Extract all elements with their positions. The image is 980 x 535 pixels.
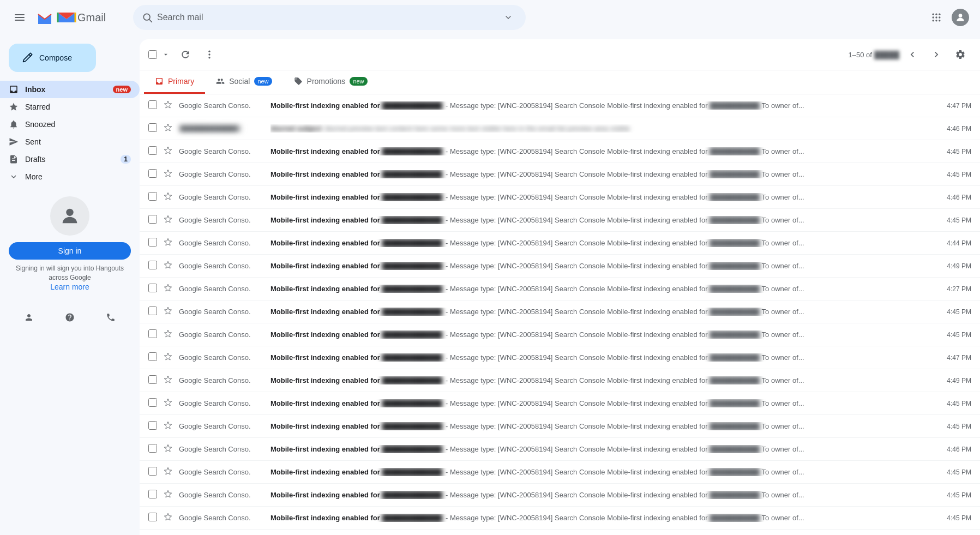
star-button[interactable] xyxy=(164,375,175,386)
star-button[interactable] xyxy=(164,215,175,226)
star-button[interactable] xyxy=(164,329,175,340)
star-button[interactable] xyxy=(164,513,175,524)
star-button[interactable] xyxy=(164,398,175,409)
email-subject: Mobile-first indexing enabled for ██████… xyxy=(270,422,442,430)
select-all-checkbox[interactable] xyxy=(148,50,157,59)
star-button[interactable] xyxy=(164,123,175,134)
apps-button[interactable] xyxy=(925,7,947,28)
sidebar-item-sent[interactable]: Sent xyxy=(0,133,140,151)
email-row[interactable]: Google Search Conso. Mobile-first indexi… xyxy=(140,438,980,461)
prev-page-button[interactable] xyxy=(901,44,923,65)
email-preview: - Message type: [WNC-20058194] Search Co… xyxy=(446,330,804,339)
email-row[interactable]: Google Search Conso. Mobile-first indexi… xyxy=(140,186,980,209)
row-checkbox[interactable] xyxy=(148,398,157,407)
manage-accounts-button[interactable] xyxy=(18,306,40,328)
star-button[interactable] xyxy=(164,100,175,111)
row-checkbox[interactable] xyxy=(148,513,157,521)
row-checkbox[interactable] xyxy=(148,421,157,430)
star-button[interactable] xyxy=(164,192,175,203)
search-bar[interactable] xyxy=(133,5,526,30)
row-checkbox[interactable] xyxy=(148,192,157,201)
email-preview: - Message type: [WNC-20058194] Search Co… xyxy=(446,262,804,270)
email-row[interactable]: Google Search Conso. Mobile-first indexi… xyxy=(140,300,980,323)
row-checkbox[interactable] xyxy=(148,352,157,361)
star-button[interactable] xyxy=(164,261,175,272)
email-row[interactable]: ████████████ blurred subject blurred pre… xyxy=(140,117,980,140)
more-options-button[interactable] xyxy=(199,44,220,65)
star-button[interactable] xyxy=(164,490,175,501)
support-button[interactable] xyxy=(59,306,81,328)
row-checkbox[interactable] xyxy=(148,306,157,315)
email-body: blurred subject blurred preview text con… xyxy=(270,124,934,133)
email-row[interactable]: Google Search Conso. Mobile-first indexi… xyxy=(140,209,980,232)
email-row[interactable]: Google Search Conso. Mobile-first indexi… xyxy=(140,255,980,278)
row-checkbox[interactable] xyxy=(148,238,157,247)
email-row[interactable]: Google Search Conso. Mobile-first indexi… xyxy=(140,415,980,438)
star-button[interactable] xyxy=(164,284,175,294)
email-time: 4:45 PM xyxy=(939,491,971,499)
row-checkbox[interactable] xyxy=(148,123,157,132)
row-checkbox[interactable] xyxy=(148,490,157,498)
sidebar-item-starred[interactable]: Starred xyxy=(0,98,140,116)
email-sender: Google Search Conso. xyxy=(179,239,266,247)
select-dropdown-button[interactable] xyxy=(159,48,172,61)
email-row[interactable]: Google Search Conso. Mobile-first indexi… xyxy=(140,163,980,186)
email-row[interactable]: Google Search Conso. Mobile-first indexi… xyxy=(140,232,980,255)
tab-social[interactable]: Social new xyxy=(205,70,282,94)
phone-button[interactable] xyxy=(100,306,122,328)
star-button[interactable] xyxy=(164,467,175,478)
search-input[interactable] xyxy=(157,13,495,22)
compose-button[interactable]: Compose xyxy=(9,44,96,72)
email-row[interactable]: Google Search Conso. Mobile-first indexi… xyxy=(140,507,980,530)
row-checkbox[interactable] xyxy=(148,261,157,269)
next-page-button[interactable] xyxy=(925,44,947,65)
email-row[interactable]: Google Search Conso. Mobile-first indexi… xyxy=(140,484,980,507)
email-sender: Google Search Conso. xyxy=(179,330,266,339)
refresh-button[interactable] xyxy=(175,44,196,65)
row-checkbox[interactable] xyxy=(148,100,157,109)
hamburger-button[interactable] xyxy=(9,7,31,28)
signin-button[interactable]: Sign in xyxy=(9,242,131,260)
row-checkbox[interactable] xyxy=(148,329,157,338)
search-options-button[interactable] xyxy=(500,9,517,26)
email-row[interactable]: Google Search Conso. Mobile-first indexi… xyxy=(140,369,980,392)
row-checkbox-area xyxy=(148,490,159,500)
email-row[interactable]: Google Search Conso. Mobile-first indexi… xyxy=(140,461,980,484)
settings-button[interactable] xyxy=(949,44,971,65)
svg-rect-1 xyxy=(15,17,25,18)
avatar xyxy=(952,9,969,26)
svg-point-9 xyxy=(933,16,934,18)
star-button[interactable] xyxy=(164,238,175,249)
star-button[interactable] xyxy=(164,444,175,455)
star-button[interactable] xyxy=(164,146,175,157)
sidebar-item-inbox[interactable]: Inbox new xyxy=(0,81,140,98)
row-checkbox[interactable] xyxy=(148,169,157,178)
email-row[interactable]: Google Search Conso. Mobile-first indexi… xyxy=(140,94,980,117)
row-checkbox[interactable] xyxy=(148,444,157,453)
pagination-count: 1–50 of xyxy=(849,51,872,59)
sidebar-item-more[interactable]: More xyxy=(0,168,140,185)
row-checkbox[interactable] xyxy=(148,215,157,224)
tab-primary[interactable]: Primary xyxy=(144,70,205,94)
learn-more-link[interactable]: Learn more xyxy=(50,282,89,291)
star-button[interactable] xyxy=(164,352,175,363)
email-row[interactable]: Google Search Conso. Mobile-first indexi… xyxy=(140,278,980,300)
local-offer-icon xyxy=(294,77,303,86)
row-checkbox[interactable] xyxy=(148,467,157,476)
star-button[interactable] xyxy=(164,421,175,432)
email-row[interactable]: Google Search Conso. Mobile-first indexi… xyxy=(140,392,980,415)
star-button[interactable] xyxy=(164,306,175,317)
email-row[interactable]: Google Search Conso. Mobile-first indexi… xyxy=(140,140,980,163)
row-checkbox-area xyxy=(148,375,159,386)
row-checkbox[interactable] xyxy=(148,146,157,155)
sidebar-item-drafts[interactable]: Drafts 1 xyxy=(0,151,140,168)
email-row[interactable]: Google Search Conso. Mobile-first indexi… xyxy=(140,323,980,346)
tab-promotions[interactable]: Promotions new xyxy=(283,70,378,94)
email-row[interactable]: Google Search Conso. Mobile-first indexi… xyxy=(140,346,980,369)
sidebar-item-snoozed[interactable]: Snoozed xyxy=(0,116,140,133)
row-checkbox[interactable] xyxy=(148,284,157,292)
promotions-badge: new xyxy=(350,77,367,86)
account-button[interactable] xyxy=(949,7,971,28)
row-checkbox[interactable] xyxy=(148,375,157,384)
star-button[interactable] xyxy=(164,169,175,180)
